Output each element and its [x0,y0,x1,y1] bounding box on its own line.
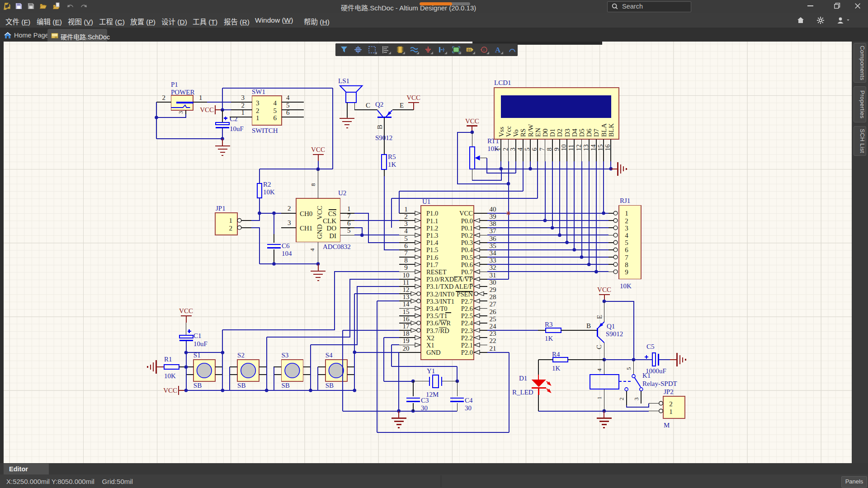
svg-text:16: 16 [403,315,410,323]
svg-text:D4: D4 [571,128,578,137]
svg-text:R3: R3 [545,321,553,328]
svg-text:3: 3 [256,99,259,107]
svg-text:10K: 10K [620,282,632,290]
svg-text:U1: U1 [422,198,430,205]
svg-text:D1: D1 [519,375,527,382]
svg-text:6: 6 [274,114,277,122]
svg-text:P1.1: P1.1 [426,217,438,225]
svg-text:E: E [400,102,404,109]
svg-text:P2.5: P2.5 [461,312,473,319]
svg-text:38: 38 [490,220,496,227]
svg-text:5: 5 [347,227,351,234]
svg-text:8: 8 [310,183,316,187]
svg-text:D0: D0 [542,129,549,137]
svg-text:SB: SB [281,382,289,389]
svg-text:Vcc: Vcc [505,126,512,137]
svg-text:6: 6 [404,242,408,249]
svg-text:Q2: Q2 [375,101,383,108]
svg-text:2: 2 [229,225,233,232]
svg-text:VCC: VCC [179,307,193,314]
svg-text:5: 5 [625,239,628,246]
svg-text:16: 16 [604,145,611,151]
svg-text:4: 4 [404,227,408,235]
svg-text:C: C [595,345,603,349]
svg-text:P1.4: P1.4 [426,239,439,246]
svg-text:3: 3 [509,148,516,151]
svg-text:21: 21 [490,345,496,352]
svg-text:X2: X2 [426,334,434,342]
svg-text:1000uF: 1000uF [646,367,666,375]
svg-text:6: 6 [531,148,538,151]
svg-text:1: 1 [229,217,233,224]
svg-text:VCC: VCC [311,146,325,153]
svg-text:P2.2: P2.2 [461,334,473,342]
svg-text:P1.5: P1.5 [426,246,438,253]
svg-text:D1: D1 [549,129,556,137]
svg-text:10uF: 10uF [193,340,208,347]
svg-text:P0.1: P0.1 [461,225,473,232]
svg-text:1: 1 [404,206,408,213]
svg-text:8: 8 [404,257,408,264]
svg-text:14: 14 [403,300,410,308]
svg-text:R_LED: R_LED [512,389,533,396]
svg-text:7: 7 [538,148,546,151]
svg-text:P1.7: P1.7 [426,261,438,268]
svg-text:1K: 1K [388,161,396,168]
svg-text:3: 3 [177,111,184,114]
svg-text:U2: U2 [338,189,346,197]
svg-text:3: 3 [288,219,291,226]
svg-text:12: 12 [575,145,582,151]
svg-text:R/W: R/W [527,124,534,137]
svg-text:P3.0/RXD: P3.0/RXD [426,276,454,283]
svg-text:8: 8 [546,148,553,151]
svg-text:1: 1 [596,397,603,400]
svg-text:SW1: SW1 [252,88,265,95]
svg-text:14: 14 [590,144,597,151]
svg-text:CH0: CH0 [300,210,312,217]
svg-text:VCC: VCC [316,206,323,220]
svg-text:30: 30 [465,404,472,412]
svg-text:RJ1: RJ1 [620,197,630,204]
svg-text:BLK: BLK [608,123,615,137]
svg-text:3: 3 [404,220,408,227]
svg-text:R4: R4 [552,351,560,358]
svg-text:LCD1: LCD1 [494,79,511,86]
svg-text:S9012: S9012 [606,330,623,338]
svg-text:27: 27 [490,300,497,308]
svg-text:11: 11 [403,279,409,286]
svg-text:SB: SB [237,382,245,389]
svg-text:B: B [376,125,383,129]
svg-text:23: 23 [490,330,496,337]
svg-text:4: 4 [625,232,628,239]
svg-text:S2: S2 [237,352,245,359]
svg-text:4: 4 [596,368,603,371]
svg-text:RS: RS [519,129,527,137]
svg-text:D7: D7 [593,128,600,137]
svg-text:28: 28 [490,293,496,300]
svg-text:GND: GND [316,224,323,239]
svg-text:P0.2: P0.2 [461,232,473,239]
svg-text:30: 30 [490,279,496,286]
svg-text:18: 18 [403,330,410,337]
svg-text:GND: GND [426,349,441,356]
svg-text:25: 25 [490,315,496,323]
svg-text:2: 2 [241,102,245,109]
svg-text:2: 2 [502,148,509,151]
svg-text:P2.3: P2.3 [461,327,473,334]
svg-text:6: 6 [286,109,290,116]
svg-text:5: 5 [625,367,632,371]
svg-text:3: 3 [241,94,245,101]
svg-text:P2.4: P2.4 [461,319,473,327]
svg-text:3: 3 [625,225,628,232]
svg-text:32: 32 [490,264,496,271]
svg-text:C3: C3 [421,397,429,404]
svg-text:E: E [596,315,603,319]
svg-text:37: 37 [490,227,497,235]
svg-text:P0.7: P0.7 [461,268,473,276]
svg-text:29: 29 [490,286,496,293]
svg-text:S9012: S9012 [375,134,392,141]
svg-text:D2: D2 [556,129,563,137]
svg-text:CLK: CLK [323,217,336,225]
svg-text:P1.0: P1.0 [426,210,438,217]
svg-text:30: 30 [421,404,428,412]
